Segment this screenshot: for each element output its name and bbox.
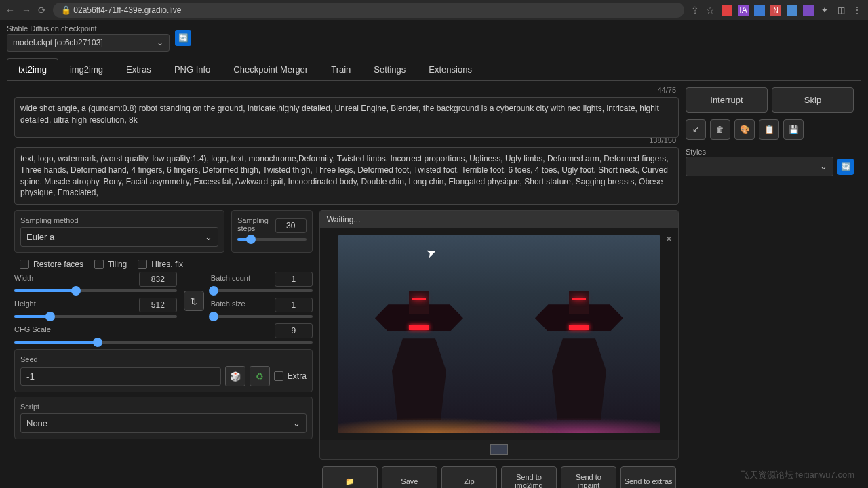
tab-pnginfo[interactable]: PNG Info: [163, 58, 222, 80]
tab-train[interactable]: Train: [319, 58, 362, 80]
sampling-steps-value[interactable]: 30: [275, 218, 307, 233]
ext-icon[interactable]: [803, 5, 814, 16]
reload-icon[interactable]: ⟳: [38, 5, 46, 16]
ext-icon[interactable]: IA: [738, 5, 749, 16]
chevron-down-icon: ⌄: [293, 418, 300, 428]
chevron-down-icon: ⌄: [205, 232, 212, 242]
output-status: Waiting...: [320, 211, 678, 228]
script-label: Script: [20, 403, 307, 411]
batch-count-label: Batch count: [211, 274, 250, 282]
sampling-steps-label: Sampling steps: [237, 216, 275, 232]
paste-icon[interactable]: ↙: [686, 119, 706, 140]
batch-size-slider[interactable]: [211, 315, 313, 318]
height-label: Height: [14, 300, 36, 308]
hires-fix-checkbox[interactable]: Hires. fix: [138, 260, 183, 269]
refresh-styles-button[interactable]: 🔄: [837, 159, 854, 175]
tab-settings[interactable]: Settings: [362, 58, 417, 80]
seed-reuse-button[interactable]: ♻: [250, 366, 270, 386]
watermark: 飞天资源论坛 feitianwu7.com: [741, 469, 854, 481]
back-icon[interactable]: ←: [5, 5, 15, 16]
cfg-label: CFG Scale: [14, 325, 51, 333]
checkpoint-label: Stable Diffusion checkpoint: [7, 24, 170, 33]
batch-size-label: Batch size: [211, 300, 245, 308]
star-icon[interactable]: ☆: [706, 5, 715, 16]
cfg-value[interactable]: 9: [275, 323, 313, 338]
save-style-icon[interactable]: 💾: [783, 119, 804, 140]
prompt-token-count: 44/75: [657, 86, 676, 94]
clear-icon[interactable]: 🗑: [710, 119, 730, 140]
interrupt-button[interactable]: Interrupt: [686, 87, 768, 113]
main-tabs: txt2img img2img Extras PNG Info Checkpoi…: [7, 58, 861, 81]
generated-image[interactable]: [338, 235, 660, 433]
send-img2img-button[interactable]: Send to img2img: [501, 466, 557, 488]
style-icon[interactable]: 🎨: [734, 119, 755, 140]
tab-img2img[interactable]: img2img: [58, 58, 115, 80]
checkpoint-select[interactable]: model.ckpt [cc6cb27103] ⌄: [7, 34, 170, 52]
skip-button[interactable]: Skip: [772, 87, 854, 113]
neg-prompt-token-count: 138/150: [649, 136, 676, 144]
width-value[interactable]: 832: [139, 272, 177, 287]
tiling-checkbox[interactable]: Tiling: [94, 260, 127, 269]
sampling-method-select[interactable]: Euler a ⌄: [20, 227, 218, 247]
batch-size-value[interactable]: 1: [275, 298, 313, 312]
url-bar[interactable]: 🔒 02a56ff4-71ff-439e.gradio.live: [53, 3, 684, 18]
chevron-down-icon: ⌄: [820, 161, 827, 171]
ext-icon[interactable]: [754, 5, 765, 16]
width-slider[interactable]: [14, 289, 177, 292]
cfg-slider[interactable]: [14, 341, 313, 344]
width-label: Width: [14, 274, 33, 282]
styles-label: Styles: [686, 148, 706, 156]
tab-txt2img[interactable]: txt2img: [7, 58, 58, 80]
chevron-down-icon: ⌄: [157, 38, 163, 47]
seed-label: Seed: [20, 355, 307, 363]
seed-extra-checkbox[interactable]: Extra: [274, 371, 307, 381]
tab-extras[interactable]: Extras: [115, 58, 163, 80]
send-extras-button[interactable]: Send to extras: [620, 466, 676, 488]
height-slider[interactable]: [14, 315, 177, 318]
output-panel: Waiting... ✕: [319, 210, 679, 460]
ext-icon[interactable]: [787, 5, 797, 16]
swap-dimensions-button[interactable]: ⇅: [184, 291, 204, 311]
tab-extensions[interactable]: Extensions: [417, 58, 484, 80]
sampling-method-label: Sampling method: [20, 216, 218, 224]
zip-button[interactable]: Zip: [441, 466, 497, 488]
seed-random-button[interactable]: 🎲: [225, 366, 245, 386]
open-folder-button[interactable]: 📁: [322, 466, 378, 488]
send-inpaint-button[interactable]: Send to inpaint: [561, 466, 616, 488]
share-icon[interactable]: ⇪: [691, 5, 699, 16]
browser-toolbar: ← → ⟳ 🔒 02a56ff4-71ff-439e.gradio.live ⇪…: [0, 0, 868, 20]
panel-icon[interactable]: ◫: [835, 5, 846, 16]
output-thumbnail[interactable]: [490, 444, 508, 455]
save-button[interactable]: Save: [382, 466, 437, 488]
ext-icon[interactable]: [722, 5, 732, 16]
menu-icon[interactable]: ⋮: [852, 5, 863, 16]
ext-icon[interactable]: N: [770, 5, 781, 16]
height-value[interactable]: 512: [139, 298, 177, 312]
extension-icons: IA N ✦ ◫ ⋮: [722, 5, 863, 16]
script-select[interactable]: None ⌄: [20, 413, 307, 433]
forward-icon[interactable]: →: [22, 5, 31, 16]
batch-count-value[interactable]: 1: [275, 272, 313, 287]
sampling-steps-slider[interactable]: [237, 238, 307, 241]
tab-checkpoint-merger[interactable]: Checkpoint Merger: [222, 58, 319, 80]
extensions-icon[interactable]: ✦: [819, 5, 830, 16]
refresh-checkpoint-button[interactable]: 🔄: [175, 30, 191, 46]
negative-prompt-input[interactable]: text, logo, watermark, (worst quality, l…: [14, 147, 679, 205]
seed-input[interactable]: [20, 367, 221, 386]
styles-select[interactable]: ⌄: [686, 157, 833, 176]
batch-count-slider[interactable]: [211, 289, 313, 292]
restore-faces-checkbox[interactable]: Restore faces: [20, 260, 83, 269]
clipboard-icon[interactable]: 📋: [759, 119, 779, 140]
close-icon[interactable]: ✕: [665, 234, 673, 244]
prompt-input[interactable]: wide shot angle, a (gundam:0.8) robot st…: [14, 97, 679, 138]
